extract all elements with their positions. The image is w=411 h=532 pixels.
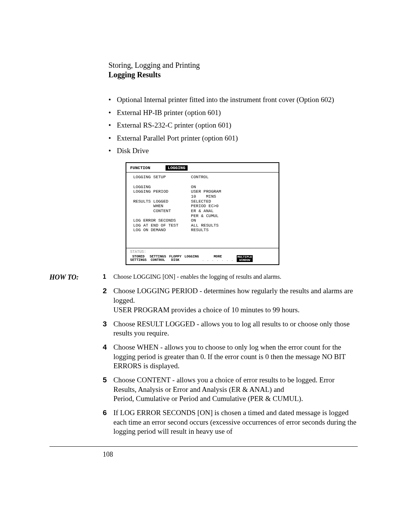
function-value-tag: LOGGING (166, 165, 188, 171)
bullet-item: •Disk Drive (108, 145, 358, 156)
bullet-dot-icon: • (108, 133, 111, 144)
bullet-text: External Parallel Port printer (option 6… (117, 134, 238, 142)
screenshot-footer: STATUS: STORED SETTINGS SETTINGS CONTROL… (126, 248, 279, 264)
status-label: STATUS: (130, 250, 275, 254)
softkey-floppy-disk: FLOPPY DISK (169, 255, 181, 262)
header-title: Logging Results (108, 70, 358, 79)
step-number: 2 (103, 286, 113, 315)
instrument-screenshot: FUNCTION LOGGING LOGGING SETUP CONTROL L… (126, 162, 279, 265)
bullet-text: Optional Internal printer fitted into th… (117, 96, 334, 104)
softkey-tabs: STORED SETTINGS SETTINGS CONTROL FLOPPY … (130, 255, 275, 262)
softkey-multiple-window: MULTIPLE WINDOW (237, 255, 253, 262)
bullet-item: •Optional Internal printer fitted into t… (108, 94, 358, 105)
softkey-logging: LOGGING (185, 255, 199, 262)
steps-list: 2 Choose LOGGING PERIOD - determines how… (103, 286, 358, 436)
bullet-item: •External RS-232-C printer (option 601) (108, 120, 358, 131)
step-number: 4 (103, 343, 113, 371)
step-item: 6 If LOG ERROR SECONDS [ON] is chosen a … (103, 408, 358, 436)
step-number: 5 (103, 375, 113, 404)
softkey-more: MORE . . . . . . . (202, 255, 234, 262)
step-text: If LOG ERROR SECONDS [ON] is chosen a ti… (113, 408, 358, 436)
page-number: 108 (103, 451, 358, 459)
bullet-dot-icon: • (108, 94, 111, 105)
howto-label: HOW TO: (49, 273, 103, 281)
bullet-dot-icon: • (108, 145, 111, 156)
function-label: FUNCTION (130, 166, 150, 171)
softkey-stored-settings: STORED SETTINGS (130, 255, 147, 262)
header-section: Storing, Logging and Printing (108, 61, 358, 70)
bullet-list: •Optional Internal printer fitted into t… (108, 94, 358, 156)
step-number: 1 (103, 273, 113, 280)
page-header: Storing, Logging and Printing Logging Re… (108, 61, 358, 79)
howto-row: HOW TO: 1 Choose LOGGING [ON] - enables … (49, 273, 358, 285)
bullet-dot-icon: • (108, 107, 111, 118)
step-number: 3 (103, 320, 113, 338)
step-text: Choose RESULT LOGGED - allows you to log… (113, 320, 358, 338)
bullet-text: External HP-IB printer (option 601) (117, 109, 221, 117)
step-item: 4 Choose WHEN - allows you to choose to … (103, 343, 358, 371)
step-item: 2 Choose LOGGING PERIOD - determines how… (103, 286, 358, 315)
step-text: Choose CONTENT - allows you a choice of … (113, 375, 358, 404)
softkey-settings-control: SETTINGS CONTROL (150, 255, 166, 262)
bullet-item: •External Parallel Port printer (option … (108, 133, 358, 144)
step-text: Choose LOGGING [ON] - enables the loggin… (113, 273, 358, 280)
step-number: 6 (103, 408, 113, 436)
step-item: 5 Choose CONTENT - allows you a choice o… (103, 375, 358, 404)
bullet-text: Disk Drive (117, 147, 149, 155)
bullet-item: •External HP-IB printer (option 601) (108, 107, 358, 118)
step-item: 3 Choose RESULT LOGGED - allows you to l… (103, 320, 358, 338)
step-text: Choose LOGGING PERIOD - determines how r… (113, 286, 358, 315)
bullet-text: External RS-232-C printer (option 601) (117, 121, 231, 129)
screenshot-title-row: FUNCTION LOGGING (126, 163, 279, 173)
step-text: Choose WHEN - allows you to choose to on… (113, 343, 358, 371)
step-item: 1 Choose LOGGING [ON] - enables the logg… (103, 273, 358, 280)
bullet-dot-icon: • (108, 120, 111, 131)
horizontal-rule (49, 446, 358, 447)
screenshot-body: LOGGING SETUP CONTROL LOGGING ON LOGGING… (126, 173, 279, 248)
